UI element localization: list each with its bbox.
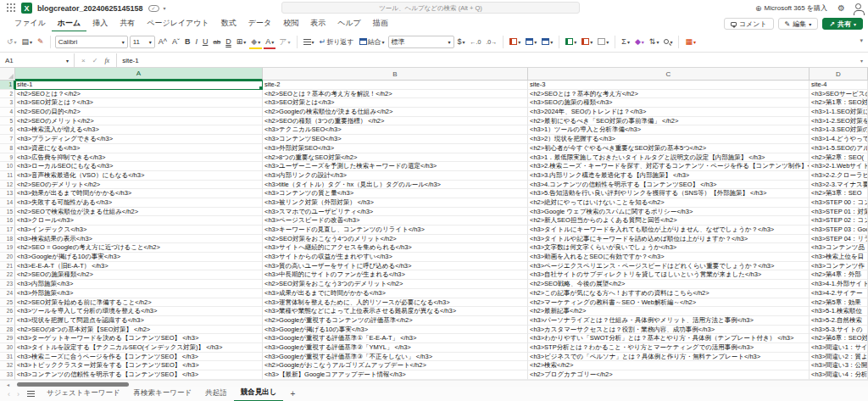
select-all-button[interactable] — [0, 68, 15, 81]
ribbon-collapse-chevron-icon[interactable]: ▾ — [860, 37, 863, 44]
row-header-4[interactable]: 4 — [0, 108, 15, 117]
cell[interactable]: <h3>被リンク対策（外部対策） </h3> — [263, 198, 528, 208]
menu-tab-3[interactable]: 共有 — [114, 15, 141, 32]
cell[interactable]: <h3>サイトへ継続的にアクセスを集められる</h3> — [263, 243, 528, 253]
cell[interactable]: <h3>Googleが掲げる10の事実</h3> — [263, 326, 528, 335]
row-header-18[interactable]: 18 — [0, 235, 15, 244]
row-header-2[interactable]: 2 — [0, 90, 15, 99]
cell[interactable]: <h3>中長期的にサイトのファンが生まれる</h3> — [263, 270, 528, 280]
cell[interactable]: <h2>第1章：SEO対 — [810, 98, 868, 108]
cell[interactable]: <h3>1）ツールの導入と分析準備</h3> — [528, 125, 810, 135]
row-header-30[interactable]: 30 — [0, 343, 15, 353]
cell[interactable]: <h2>SEOの目的</h2> — [15, 108, 263, 117]
phonetic-guide-button[interactable]: ア▾ — [277, 35, 292, 49]
cell[interactable]: <h3>STEP 02：コン — [810, 216, 868, 226]
cell[interactable]: <h3>スマホでのユーザビリティ</h3> — [263, 208, 528, 217]
row-header-13[interactable]: 13 — [0, 189, 15, 198]
cell[interactable]: <h2>SEO対策をおこなう3つのデメリット</h2> — [263, 280, 528, 289]
sheet-tab-2[interactable]: 共起語 — [198, 387, 234, 401]
app-launcher-icon[interactable] — [7, 3, 16, 13]
cell[interactable]: <h3>テクニカルSEO</h3> — [263, 125, 528, 135]
cell[interactable]: <h3>STEP 01：対策 — [810, 208, 868, 217]
row-header-24[interactable]: 24 — [0, 289, 15, 298]
cell[interactable]: <h3>Googleが掲げる10の事実</h3> — [15, 253, 263, 262]
conditional-formatting-button[interactable]: ▾ — [508, 36, 522, 47]
sort-filter-button[interactable]: ⇅▾ — [648, 36, 661, 47]
cell[interactable]: <h3>4-1.外部サイト — [810, 280, 868, 289]
cell[interactable]: <h3>1．最低限実施しておきたいタイトルタグと説明文の設定【内部施策】 </h… — [528, 153, 810, 163]
borders-button[interactable]: ⊞▾ — [235, 36, 248, 47]
sheet-tab-0[interactable]: サジェストキーワード — [40, 387, 127, 401]
row-header-32[interactable]: 32 — [0, 361, 15, 370]
row-header-27[interactable]: 27 — [0, 316, 15, 326]
cell[interactable]: <h3>2-3.マイナス要 — [810, 181, 868, 190]
cell[interactable]: <h3>広告費を抑制できる</h3> — [15, 153, 263, 163]
cell[interactable]: <h3>自社サイトのサブディレクトリを貸してほしいという営業が来ました</h3> — [528, 270, 810, 280]
row-header-3[interactable]: 3 — [0, 98, 15, 108]
cell[interactable]: <h3>わかりやすい「SWOT分析」とは？基本とやり方・具体例（テンプレート付き… — [528, 334, 810, 343]
sheet-nav-right-icon[interactable]: › — [14, 390, 22, 398]
cell[interactable]: <h2>最初にやるべき「SEO対策の事前準備」 </h2> — [528, 117, 810, 126]
cell[interactable]: <h3>Google ウェブ検索のスパムに関するポリシー</h3> — [528, 208, 810, 217]
excel-logo-icon[interactable]: X — [21, 3, 32, 14]
format-painter-button[interactable]: ✎ — [36, 36, 46, 47]
currency-format-button[interactable]: $▾ — [456, 36, 467, 47]
menu-tab-8[interactable]: 表示 — [304, 15, 331, 32]
cell[interactable]: <h2>絶対にやってはいけないことを知る</h2> — [528, 198, 810, 208]
row-header-28[interactable]: 28 — [0, 326, 15, 335]
cell[interactable]: <h3>2.検索ニーズ・キーワードを探す、対応するコンテンツ・ページを作る【コン… — [528, 162, 810, 171]
cell[interactable]: <h3>現状を把握して問題点を認識する</h3> — [15, 316, 263, 326]
name-box[interactable]: A1 ▾ — [0, 53, 75, 68]
row-header-26[interactable]: 26 — [0, 307, 15, 316]
buy-microsoft365-button[interactable]: ⊕ Microsoft 365 を購入 — [755, 3, 827, 13]
menu-tab-4[interactable]: ページレイアウト — [141, 15, 214, 32]
cell[interactable]: <h3>サイトからの収益が生まれやすい</h3> — [263, 253, 528, 262]
cell[interactable]: <h3>失敗する可能性がある</h3> — [15, 198, 263, 208]
increase-font-button[interactable]: A^ — [157, 36, 169, 47]
menu-tab-10[interactable]: 描画 — [367, 15, 394, 32]
row-header-16[interactable]: 16 — [0, 216, 15, 226]
cell[interactable]: <h3>ビジネスでの「ペルソナ」とは？具体例と作り方・無料テンプレート</h3> — [528, 353, 810, 362]
cell[interactable]: <h3>5-1.検索順位 — [810, 307, 868, 316]
cell[interactable]: <h3>動画を入れるとSEOに有効ですか？</h3> — [528, 253, 810, 262]
cell[interactable]: <h2>SEO対策をおこなう4つのメリット</h2> — [263, 235, 528, 244]
cell[interactable]: <h3>間違い4：分析 — [810, 370, 868, 380]
cell[interactable]: <h2>この記事が気になる方へ！おすすめの資料はこちら</h2> — [528, 289, 810, 298]
paste-button[interactable]: ▤▾ — [20, 36, 35, 47]
row-header-14[interactable]: 14 — [0, 198, 15, 208]
cell[interactable]: <h2>新人SEO担当からのよくある質問と回答</h2> — [528, 216, 810, 226]
cell[interactable]: <h3>ターゲットキーワードを決める【コンテンツSEO】 </h3> — [15, 334, 263, 343]
cell[interactable]: <h2>第5章：効果 — [810, 298, 868, 308]
autosum-button[interactable]: Σ▾ — [620, 36, 632, 47]
row-header-9[interactable]: 9 — [0, 153, 15, 163]
format-as-table-button[interactable]: ▾ — [524, 36, 538, 47]
row-header-25[interactable]: 25 — [0, 298, 15, 308]
row-header-23[interactable]: 23 — [0, 280, 15, 289]
cell[interactable]: <h2>マーケティングの教科書～SEO・Web解析編～</h2> — [528, 298, 810, 308]
cell[interactable]: <h3>成果が出るまでに時間がかかる</h3> — [263, 289, 528, 298]
cell[interactable]: <h2>SEOとは？</h2> — [15, 90, 263, 99]
cell[interactable]: <h3>外部施策</h3> — [15, 289, 263, 298]
enter-check-icon[interactable]: ✓ — [92, 57, 98, 64]
cell[interactable]: <h3>トピッククラスター対策をする【コンテンツSEO】 </h3> — [15, 361, 263, 370]
format-cells-button[interactable]: ▾ — [596, 36, 610, 47]
decrease-decimal-button[interactable]: .0→ — [484, 37, 498, 47]
cell[interactable]: <h3>1-4.どうやって — [810, 135, 868, 144]
cell[interactable]: site-4 — [810, 81, 868, 90]
cell[interactable]: <h2>第4章：外部 — [810, 270, 868, 280]
share-button[interactable]: ↗ 共有 ▾ — [822, 18, 863, 30]
cell[interactable]: <h2>SEOとは？基本の考え方を解説！</h2> — [263, 90, 528, 99]
cell[interactable]: <h3>2-1.Webサイト — [810, 162, 868, 171]
formula-bar-expand-chevron-icon[interactable]: ▾ — [860, 58, 868, 64]
cell[interactable]: <h2>第3章：SEO — [810, 189, 868, 198]
cell[interactable]: <h3>パーソナライズとは？仕組み・具体例やメリット、活用方法と事例</h3> — [528, 316, 810, 326]
row-header-19[interactable]: 19 — [0, 243, 15, 253]
cell[interactable]: <h3>STEP 00：コン — [810, 198, 868, 208]
cell[interactable]: <h3>4.コンテンツの信頼性を明示する【コンテンツSEO】 </h3> — [528, 181, 810, 190]
cell[interactable]: <h3>2）現状を把握する</h3> — [528, 135, 810, 144]
row-header-21[interactable]: 21 — [0, 262, 15, 271]
menu-tab-1[interactable]: ホーム — [52, 15, 86, 32]
cell[interactable]: <h3>コンテンツ品 — [810, 243, 868, 253]
save-status-icon[interactable]: ✓ — [148, 5, 159, 12]
double-underline-button[interactable]: D — [224, 36, 233, 47]
